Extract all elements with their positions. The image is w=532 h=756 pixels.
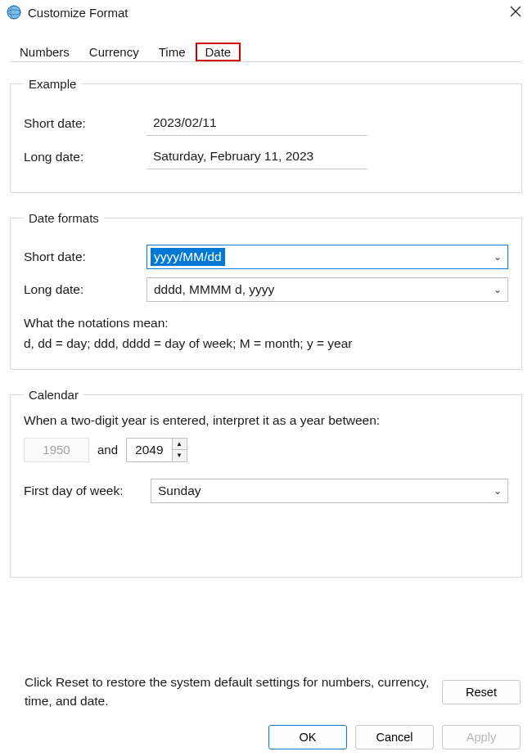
long-date-format-value: dddd, MMMM d, yyyy [147, 280, 488, 299]
short-date-format-label: Short date: [24, 250, 147, 264]
tab-bar: Numbers Currency Time Date [0, 43, 532, 61]
spinner-up-button[interactable]: ▲ [173, 439, 187, 451]
globe-icon [7, 5, 21, 20]
year-from-field: 1950 [24, 438, 89, 462]
year-to-spinner[interactable]: 2049 ▲ ▼ [126, 438, 187, 462]
chevron-down-icon: ⌄ [488, 251, 507, 263]
apply-button[interactable]: Apply [442, 725, 521, 749]
tab-time[interactable]: Time [149, 43, 196, 61]
calendar-group: Calendar When a two-digit year is entere… [10, 388, 522, 578]
footer: Click Reset to restore the system defaul… [0, 673, 532, 756]
spinner-down-button[interactable]: ▼ [173, 450, 187, 461]
first-day-combo[interactable]: Sunday ⌄ [151, 479, 508, 503]
cancel-button[interactable]: Cancel [355, 725, 434, 749]
short-date-format-value: yyyy/MM/dd [151, 248, 225, 266]
date-formats-group: Date formats Short date: yyyy/MM/dd ⌄ Lo… [10, 211, 522, 370]
tab-panel-date: Example Short date: 2023/02/11 Long date… [10, 61, 522, 578]
short-date-example-label: Short date: [24, 116, 147, 131]
first-day-value: Sunday [151, 481, 488, 501]
example-legend: Example [24, 77, 81, 91]
tab-numbers[interactable]: Numbers [10, 43, 79, 61]
long-date-format-label: Long date: [24, 282, 147, 297]
short-date-format-combo[interactable]: yyyy/MM/dd ⌄ [147, 245, 508, 269]
chevron-down-icon: ⌄ [488, 284, 507, 295]
close-icon [510, 6, 521, 17]
date-formats-legend: Date formats [24, 211, 104, 225]
example-group: Example Short date: 2023/02/11 Long date… [10, 77, 522, 193]
and-label: and [97, 443, 118, 457]
titlebar: Customize Format [0, 0, 532, 23]
long-date-format-combo[interactable]: dddd, MMMM d, yyyy ⌄ [147, 277, 508, 302]
tab-currency[interactable]: Currency [79, 43, 149, 61]
reset-description: Click Reset to restore the system defaul… [25, 673, 432, 710]
tab-date[interactable]: Date [196, 43, 241, 61]
long-date-example-label: Long date: [24, 150, 147, 164]
two-digit-year-text: When a two-digit year is entered, interp… [24, 413, 508, 428]
ok-button[interactable]: OK [268, 725, 347, 749]
short-date-example-value: 2023/02/11 [147, 110, 367, 136]
year-to-value: 2049 [127, 439, 171, 461]
chevron-down-icon: ⌄ [488, 485, 507, 497]
window-title: Customize Format [28, 6, 507, 20]
calendar-legend: Calendar [24, 388, 83, 402]
reset-button[interactable]: Reset [442, 680, 521, 704]
close-button[interactable] [507, 6, 524, 20]
first-day-label: First day of week: [24, 484, 151, 498]
notation-help: What the notations mean: d, dd = day; dd… [24, 313, 508, 354]
long-date-example-value: Saturday, February 11, 2023 [147, 144, 367, 169]
